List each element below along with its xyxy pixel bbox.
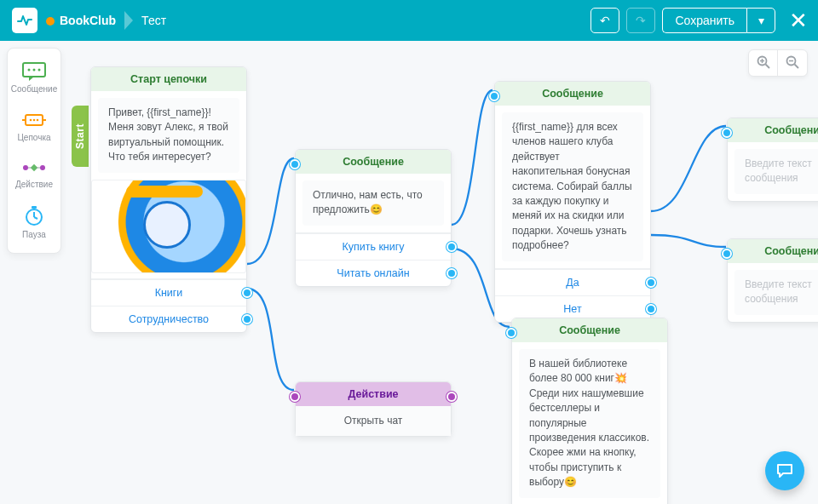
- svg-marker-1: [29, 77, 34, 81]
- svg-point-8: [30, 119, 32, 122]
- chevron-down-icon: ▾: [758, 14, 764, 27]
- zoom-in-button[interactable]: [749, 50, 778, 76]
- svg-line-21: [765, 64, 769, 68]
- svg-point-11: [23, 165, 28, 170]
- node-msg3-text: В нашей библиотеке более 80 000 книг💥 Ср…: [519, 349, 660, 498]
- node-msg5-placeholder[interactable]: Введите текст сообщения: [734, 270, 818, 315]
- palette-action[interactable]: Действие: [8, 151, 60, 198]
- start-tab[interactable]: Start: [72, 106, 89, 167]
- page-name[interactable]: Тест: [141, 14, 166, 27]
- node-msg1-option-buy[interactable]: Купить книгу: [296, 233, 451, 260]
- palette-chain-label: Цепочка: [17, 133, 50, 142]
- node-msg2-text: {{first_name}} для всех членов нашего кл…: [502, 112, 643, 261]
- close-button[interactable]: ✕: [789, 9, 808, 32]
- app-logo[interactable]: [12, 8, 37, 33]
- svg-line-18: [34, 217, 37, 219]
- node-msg5[interactable]: Сообщение Введите текст сообщения: [727, 238, 818, 323]
- input-port-icon[interactable]: [290, 159, 300, 169]
- redo-button[interactable]: ↷: [626, 8, 655, 33]
- node-msg4-placeholder[interactable]: Введите текст сообщения: [734, 149, 818, 194]
- output-port-icon[interactable]: [446, 392, 457, 402]
- node-action[interactable]: Действие Открыть чат: [295, 381, 452, 437]
- zoom-out-button[interactable]: [778, 50, 807, 76]
- svg-line-25: [795, 64, 799, 68]
- redo-icon: ↷: [636, 14, 646, 27]
- message-icon: [22, 62, 46, 81]
- svg-point-9: [33, 119, 36, 122]
- topbar: BookClub Тест ↶ ↷ Сохранить ▾ ✕: [0, 0, 818, 41]
- svg-point-3: [33, 69, 36, 72]
- output-port-icon[interactable]: [646, 278, 656, 288]
- chat-fab[interactable]: [765, 451, 804, 490]
- node-start-option-partnership[interactable]: Сотрудничество: [91, 306, 246, 332]
- chat-icon: [775, 461, 794, 480]
- input-port-icon[interactable]: [506, 328, 516, 338]
- input-port-icon[interactable]: [489, 91, 499, 101]
- canvas[interactable]: Сообщение Цепочка Действие Пауза Start С…: [0, 41, 818, 504]
- svg-point-12: [40, 165, 45, 170]
- node-msg1[interactable]: Сообщение Отлично, нам есть, что предлож…: [295, 149, 452, 287]
- node-action-title: Действие: [296, 382, 451, 406]
- output-port-icon[interactable]: [242, 314, 252, 324]
- undo-icon: ↶: [600, 14, 610, 27]
- node-msg3[interactable]: Сообщение В нашей библиотеке более 80 00…: [511, 318, 668, 504]
- output-port-icon[interactable]: [646, 304, 656, 314]
- node-msg1-option-read[interactable]: Читать онлайн: [296, 260, 451, 286]
- zoom-out-icon: [786, 55, 799, 69]
- node-msg2-option-yes[interactable]: Да: [495, 269, 650, 295]
- output-port-icon[interactable]: [446, 268, 457, 278]
- input-port-icon[interactable]: [290, 392, 300, 402]
- breadcrumb: BookClub Тест: [46, 11, 166, 30]
- zoom-in-icon: [757, 55, 770, 69]
- node-msg4-title: Сообщение: [728, 118, 818, 142]
- palette-action-label: Действие: [15, 180, 53, 189]
- output-port-icon[interactable]: [242, 288, 252, 298]
- pause-icon: [24, 206, 44, 226]
- undo-button[interactable]: ↶: [590, 8, 619, 33]
- zoom-controls: [748, 49, 808, 77]
- chain-icon: [22, 111, 46, 129]
- svg-rect-13: [31, 164, 37, 171]
- svg-point-10: [37, 119, 39, 122]
- palette-chain[interactable]: Цепочка: [8, 102, 60, 151]
- input-port-icon[interactable]: [722, 128, 732, 138]
- node-msg1-title: Сообщение: [296, 150, 451, 174]
- action-icon: [22, 159, 46, 176]
- node-start-text: Привет, {{first_name}}! Меня зовут Алекс…: [98, 98, 239, 173]
- node-start-title: Старт цепочки: [91, 67, 246, 91]
- node-msg4[interactable]: Сообщение Введите текст сообщения: [727, 117, 818, 202]
- node-msg2[interactable]: Сообщение {{first_name}} для всех членов…: [494, 81, 651, 323]
- save-options-button[interactable]: ▾: [746, 8, 775, 33]
- svg-point-4: [38, 69, 41, 72]
- input-port-icon[interactable]: [722, 249, 732, 259]
- breadcrumb-separator-icon: [124, 11, 133, 30]
- tool-palette: Сообщение Цепочка Действие Пауза: [7, 48, 61, 254]
- palette-message[interactable]: Сообщение: [8, 54, 60, 102]
- node-action-text: Открыть чат: [296, 406, 451, 436]
- node-start[interactable]: Старт цепочки Привет, {{first_name}}! Ме…: [90, 66, 247, 333]
- node-start-option-books[interactable]: Книги: [91, 279, 246, 306]
- project-name[interactable]: BookClub: [46, 14, 116, 27]
- node-msg1-text: Отлично, нам есть, что предложить😊: [302, 180, 444, 226]
- palette-pause[interactable]: Пауза: [8, 198, 60, 248]
- node-msg2-title: Сообщение: [495, 82, 650, 106]
- node-msg3-title: Сообщение: [512, 318, 667, 342]
- status-dot-icon: [46, 17, 55, 26]
- close-icon: ✕: [789, 8, 808, 33]
- svg-point-2: [28, 69, 31, 72]
- save-button[interactable]: Сохранить: [662, 8, 746, 33]
- output-port-icon[interactable]: [446, 242, 457, 252]
- node-start-image: [91, 180, 246, 273]
- svg-rect-19: [32, 206, 37, 209]
- palette-pause-label: Пауза: [22, 230, 46, 239]
- node-msg5-title: Сообщение: [728, 239, 818, 263]
- palette-message-label: Сообщение: [11, 84, 57, 94]
